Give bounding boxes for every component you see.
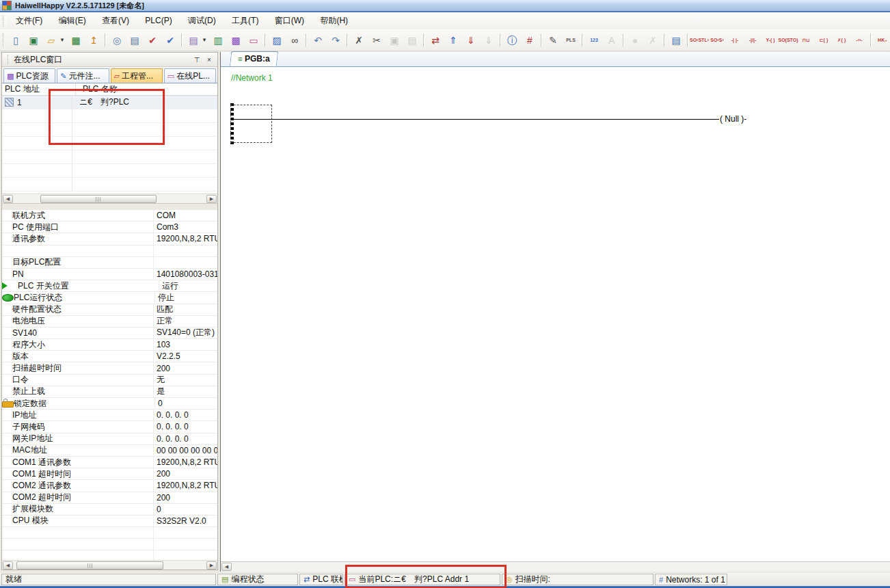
options-edit-icon[interactable]: ▨ (269, 32, 285, 49)
menu-file[interactable]: 文件(F) (9, 14, 49, 27)
menu-edit[interactable]: 编辑(E) (52, 14, 93, 27)
open-icon[interactable]: ▱ (43, 32, 59, 49)
contact-no-icon[interactable]: -| |- (727, 32, 743, 49)
selected-cell[interactable] (230, 105, 272, 143)
upload-icon[interactable]: ⇑ (445, 32, 461, 49)
plc-row-1[interactable]: 1 ニ€ 判?PLC (2, 96, 217, 109)
status-icon: ▭ (349, 575, 355, 584)
scroll-left-icon[interactable]: ◀ (3, 195, 13, 203)
scroll-right-icon[interactable]: ▶ (206, 195, 217, 203)
property-value: 00 00 00 00 00 00 (153, 445, 217, 456)
property-value: 是 (153, 386, 217, 397)
pin-icon[interactable]: ⊤ (191, 54, 202, 65)
scroll-right-icon[interactable]: ▶ (206, 561, 217, 570)
editor-hscrollbar[interactable]: ◀ (221, 561, 890, 572)
menu-plc[interactable]: PLC(P) (138, 14, 178, 27)
scroll-thumb[interactable] (40, 195, 157, 203)
scroll-track[interactable] (232, 563, 889, 571)
save-icon[interactable]: ▦ (68, 32, 84, 49)
database-icon[interactable]: ▤ (668, 32, 684, 49)
tab-pgb-a[interactable]: ≡ PGB:a (230, 51, 278, 66)
stl-instruction-icon[interactable]: SO‹STL› (691, 32, 707, 49)
window-title: HaiwellHappy V2.2.5.171129 [未命名] (15, 1, 144, 11)
menu-tools[interactable]: 工具(T) (225, 14, 265, 27)
toolbar-separator (306, 34, 307, 47)
chip-icon[interactable]: ▩ (228, 32, 244, 49)
property-value: 0 (154, 398, 217, 409)
print-icon[interactable]: ▤ (126, 32, 143, 49)
tab-element-comment[interactable]: ✎ 元件注... (57, 68, 109, 83)
property-label: PLC运行状态 (14, 292, 154, 304)
plc-connect-icon[interactable]: ⇄ (427, 32, 444, 49)
download-all-icon[interactable]: ⇓ (481, 32, 497, 49)
online-monitor-icon[interactable]: ▭ (245, 32, 262, 49)
property-value: 19200,N,8,2 RTU (153, 457, 217, 468)
syntax-check-icon[interactable]: ✔ (162, 32, 178, 49)
lock-icon[interactable]: ● (627, 32, 643, 49)
ladder-editor: ≡ PGB:a //Network 1 ( Null )- ◀ (220, 52, 890, 572)
properties-hscrollbar[interactable]: ◀ ▶ (2, 560, 217, 570)
compare-block-icon[interactable]: -‹›- (851, 32, 867, 49)
parallel-contact-icon[interactable]: ⊓⊔ (798, 32, 814, 49)
ladder-canvas[interactable]: //Network 1 ( Null )- (221, 67, 890, 561)
scroll-thumb[interactable] (16, 561, 163, 570)
property-value (153, 550, 217, 560)
open-dropdown-icon[interactable]: ▾ (58, 32, 66, 49)
hk-add-icon[interactable]: HK₊ (874, 32, 890, 49)
plc-table-hscrollbar[interactable]: ◀ ▶ (2, 193, 217, 203)
close-icon[interactable]: × (204, 54, 215, 65)
plc-checkbox-icon[interactable] (5, 98, 14, 107)
scroll-left-icon[interactable]: ◀ (3, 561, 13, 570)
tab-icon: ▱ (114, 72, 120, 81)
property-value: 停止 (154, 292, 217, 303)
paste-icon[interactable]: ▤ (404, 32, 420, 49)
font-icon[interactable]: A (604, 32, 620, 49)
null-coil[interactable]: ( Null )- (720, 114, 746, 124)
menu-view[interactable]: 查看(V) (95, 14, 136, 27)
new-file-icon[interactable]: ▯ (8, 32, 24, 49)
network-config-icon[interactable]: # (522, 32, 538, 49)
program-check-icon[interactable]: ✔ (144, 32, 161, 49)
tab-plc-resources[interactable]: ▩ PLC资源 (3, 68, 55, 83)
coil-out-icon[interactable]: Y-( ) (762, 32, 779, 49)
clear-icon[interactable]: ✗ (645, 32, 661, 49)
new-project-icon[interactable]: ▣ (25, 32, 42, 49)
plc-card-icon[interactable]: ▥ (210, 32, 226, 49)
element-table-icon[interactable]: 123 (586, 32, 602, 49)
property-value: 1401080003-031 (153, 269, 217, 280)
print-preview-icon[interactable]: ◎ (109, 32, 125, 49)
property-label: 联机方式 (12, 210, 153, 222)
download-icon[interactable]: ⇓ (463, 32, 479, 49)
tab-online-plc[interactable]: ▭ 在线PL... (164, 68, 216, 83)
scroll-left-icon[interactable]: ◀ (221, 563, 232, 571)
branch-coil-icon[interactable]: ⊏( ) (815, 32, 832, 49)
status-label: 编程状态 (231, 574, 264, 585)
probe-icon[interactable]: ✎ (545, 32, 561, 49)
cut-icon[interactable]: ✂ (368, 32, 385, 49)
s-instruction-icon[interactable]: SO‹S› (709, 32, 725, 49)
delete-branch-icon[interactable]: ✗( ) (833, 32, 850, 49)
pls-icon[interactable]: PLS (563, 32, 579, 49)
copy-icon[interactable]: ▣ (386, 32, 403, 49)
window-layers-icon[interactable]: ▤ (185, 32, 202, 49)
scroll-track[interactable] (13, 561, 206, 570)
export-icon[interactable]: ↥ (85, 32, 102, 49)
tab-project-manager[interactable]: ▱ 工程管... (111, 68, 163, 83)
sto-instruction-icon[interactable]: SO(STO) (780, 32, 796, 49)
network-comment: //Network 1 (231, 73, 273, 83)
menu-debug[interactable]: 调试(D) (181, 14, 223, 27)
undo-icon[interactable]: ↶ (310, 32, 326, 49)
plc-info-icon[interactable]: ⓘ (504, 32, 520, 49)
delete-icon[interactable]: ✗ (351, 32, 367, 49)
redo-icon[interactable]: ↷ (327, 32, 344, 49)
contact-nc-icon[interactable]: -|/|- (744, 32, 761, 49)
play-icon (2, 282, 18, 289)
toolbar-separator (541, 34, 542, 47)
menu-window[interactable]: 窗口(W) (268, 14, 311, 27)
scroll-track[interactable] (13, 195, 206, 203)
find-icon[interactable]: ∞ (286, 32, 303, 49)
toolbar-separator (500, 34, 501, 47)
layers-dropdown-icon[interactable]: ▾ (200, 32, 208, 49)
property-row: 硬件配置状态 匹配 (2, 304, 217, 316)
menu-help[interactable]: 帮助(H) (313, 14, 355, 27)
